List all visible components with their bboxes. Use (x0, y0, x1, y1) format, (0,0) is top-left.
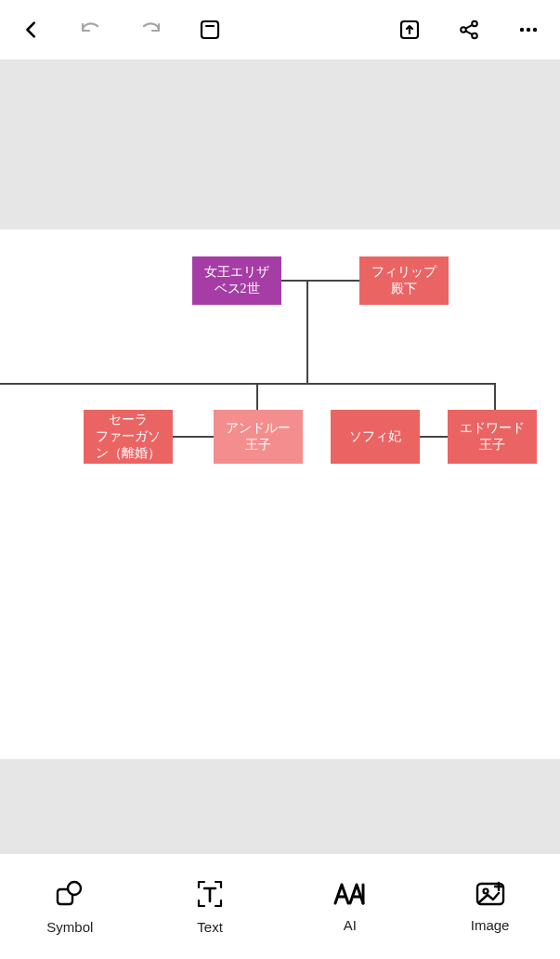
node-sarah-ferguson[interactable]: セーラ ファーガソ ン（離婚） (84, 410, 173, 464)
svg-line-6 (466, 25, 473, 29)
connector (306, 280, 308, 385)
symbol-tool[interactable]: Symbol (0, 854, 140, 959)
svg-point-5 (472, 33, 477, 39)
node-queen-elizabeth[interactable]: 女王エリザ ベス2世 (192, 256, 281, 305)
connector (420, 436, 448, 438)
ai-label: AI (344, 917, 357, 933)
svg-point-8 (520, 28, 524, 32)
text-tool[interactable]: Text (140, 854, 280, 959)
connector (0, 383, 496, 385)
family-tree: 女王エリザ ベス2世 フィリップ 殿下 セーラ ファーガソ ン（離婚） アンドル… (0, 230, 560, 735)
image-tool[interactable]: Image (420, 854, 560, 959)
save-button[interactable] (197, 17, 223, 43)
svg-rect-0 (202, 21, 218, 38)
top-toolbar (0, 0, 560, 59)
image-label: Image (471, 917, 510, 933)
canvas-background-bottom (0, 759, 560, 854)
back-button[interactable] (19, 17, 45, 43)
more-button[interactable] (515, 17, 541, 43)
svg-point-4 (472, 21, 477, 27)
connector (173, 436, 214, 438)
svg-line-7 (466, 31, 473, 34)
connector (494, 383, 496, 410)
toolbar-left-group (19, 17, 223, 43)
connector (256, 383, 258, 410)
symbol-icon (54, 878, 85, 910)
node-sophie[interactable]: ソフィ妃 (331, 410, 420, 464)
symbol-label: Symbol (46, 919, 93, 935)
chevron-left-icon (21, 20, 42, 40)
share-button[interactable] (456, 17, 482, 43)
text-icon (194, 878, 226, 910)
toolbar-right-group (397, 17, 541, 43)
diagram-canvas[interactable]: 女王エリザ ベス2世 フィリップ 殿下 セーラ ファーガソ ン（離婚） アンドル… (0, 230, 560, 735)
ai-icon (332, 880, 368, 908)
ai-tool[interactable]: AI (280, 854, 421, 959)
svg-point-10 (533, 28, 537, 32)
canvas-background-top (0, 59, 560, 230)
export-button[interactable] (397, 17, 423, 43)
undo-icon (79, 19, 103, 41)
redo-icon (138, 19, 163, 41)
node-prince-philip[interactable]: フィリップ 殿下 (359, 256, 449, 305)
svg-point-14 (483, 889, 488, 894)
svg-point-3 (461, 27, 466, 33)
connector (280, 280, 359, 282)
text-label: Text (197, 919, 223, 935)
svg-point-12 (68, 882, 81, 895)
redo-button[interactable] (137, 17, 163, 43)
share-icon (458, 19, 480, 41)
more-icon (517, 19, 540, 41)
export-icon (398, 19, 421, 41)
save-icon (199, 19, 221, 41)
node-prince-edward[interactable]: エドワード 王子 (448, 410, 537, 464)
undo-button[interactable] (78, 17, 104, 43)
bottom-toolbar: Symbol Text AI Image (0, 854, 560, 959)
image-icon (475, 880, 506, 908)
node-prince-andrew[interactable]: アンドルー 王子 (214, 410, 303, 464)
svg-point-9 (527, 28, 530, 32)
